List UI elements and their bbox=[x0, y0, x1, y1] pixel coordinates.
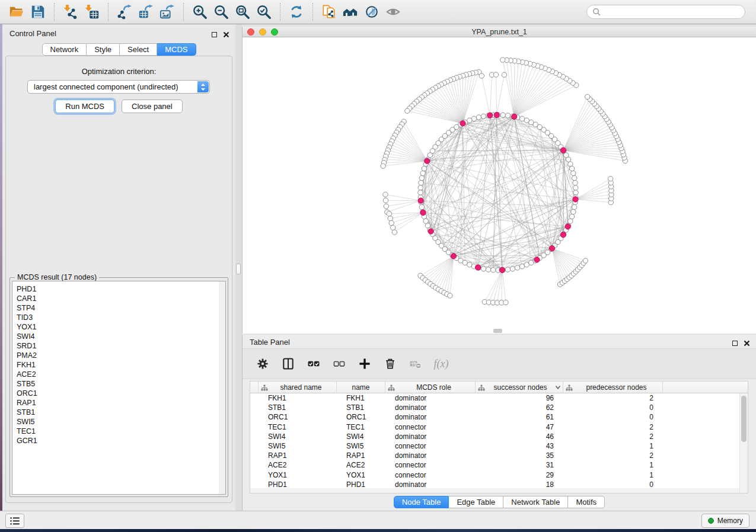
table-mode-button[interactable] bbox=[280, 355, 296, 372]
result-node[interactable]: GCR1 bbox=[17, 436, 225, 446]
row-gutter bbox=[250, 403, 259, 412]
result-node[interactable]: SWI5 bbox=[17, 417, 225, 427]
tab-edge-table[interactable]: Edge Table bbox=[449, 496, 503, 508]
column-header-successor-nodes[interactable]: successor nodes bbox=[476, 382, 563, 393]
zoom-out-button[interactable] bbox=[212, 2, 231, 21]
column-header-predecessor-nodes[interactable]: predecessor nodes bbox=[563, 382, 663, 393]
table-panel-title: Table Panel bbox=[250, 338, 290, 347]
control-panel-title: Control Panel bbox=[9, 29, 56, 38]
refresh-button[interactable] bbox=[287, 2, 306, 21]
select-all-button[interactable] bbox=[305, 355, 322, 372]
table-hscroll[interactable] bbox=[250, 488, 739, 493]
network-canvas-svg[interactable] bbox=[243, 37, 756, 334]
search-box[interactable] bbox=[586, 5, 745, 19]
tab-network[interactable]: Network bbox=[42, 43, 87, 56]
show-eye-button[interactable] bbox=[384, 2, 403, 21]
search-input[interactable] bbox=[601, 8, 739, 16]
table-row[interactable]: ORC1ORC1dominator610 bbox=[250, 412, 748, 422]
node-table[interactable]: shared namenameMCDS rolesuccessor nodesp… bbox=[250, 381, 748, 493]
search-icon bbox=[592, 8, 601, 16]
result-node[interactable]: SWI4 bbox=[17, 332, 225, 341]
zoom-fit-button[interactable] bbox=[233, 2, 252, 21]
cell: ORC1 bbox=[337, 412, 385, 422]
table-row[interactable]: STB1STB1dominator620 bbox=[250, 403, 748, 412]
share-document-button[interactable] bbox=[320, 2, 339, 21]
tab-style[interactable]: Style bbox=[87, 43, 120, 56]
tab-node-table[interactable]: Node Table bbox=[394, 496, 449, 508]
result-node[interactable]: RAP1 bbox=[17, 398, 225, 408]
close-table-panel-button[interactable] bbox=[744, 340, 750, 347]
network-canvas[interactable] bbox=[243, 37, 756, 334]
control-panel: Control Panel NetworkStyleSelectMCDS Opt… bbox=[2, 24, 235, 511]
export-image-button[interactable] bbox=[158, 2, 177, 21]
save-button[interactable] bbox=[28, 2, 47, 21]
import-network-button[interactable] bbox=[61, 2, 80, 21]
open-folder-button[interactable] bbox=[7, 2, 26, 21]
deselect-all-button[interactable] bbox=[331, 355, 347, 372]
result-node[interactable]: STB5 bbox=[17, 379, 225, 389]
run-mcds-button[interactable]: Run MCDS bbox=[55, 100, 114, 113]
column-header-MCDS-role[interactable]: MCDS role bbox=[385, 382, 476, 393]
cell: 61 bbox=[476, 412, 563, 422]
refresh-icon bbox=[289, 4, 304, 20]
hide-details-button[interactable] bbox=[362, 2, 381, 21]
tab-motifs[interactable]: Motifs bbox=[568, 496, 605, 508]
add-column-button[interactable] bbox=[356, 355, 373, 372]
result-node[interactable]: ACE2 bbox=[17, 370, 225, 379]
table-row[interactable]: SWI4SWI4dominator462 bbox=[250, 432, 748, 441]
toolbar-separator bbox=[280, 3, 280, 21]
cell: 2 bbox=[563, 432, 663, 441]
status-menu-button[interactable] bbox=[5, 514, 24, 528]
result-node[interactable]: STP4 bbox=[17, 303, 225, 313]
column-header-name[interactable]: name bbox=[337, 382, 385, 393]
result-node[interactable]: CAR1 bbox=[17, 294, 225, 303]
table-row[interactable]: TEC1TEC1connector472 bbox=[250, 422, 748, 432]
tab-select[interactable]: Select bbox=[120, 43, 157, 56]
export-network-button[interactable] bbox=[115, 2, 134, 21]
cell-filler bbox=[663, 441, 748, 451]
result-node[interactable]: TID3 bbox=[17, 313, 225, 322]
cell: FKH1 bbox=[259, 393, 337, 403]
close-control-panel-button[interactable] bbox=[223, 31, 229, 38]
table-row[interactable]: RAP1RAP1dominator352 bbox=[250, 451, 748, 460]
panel-splitter[interactable] bbox=[235, 24, 242, 511]
tab-mcds[interactable]: MCDS bbox=[157, 43, 196, 56]
float-table-panel-button[interactable] bbox=[732, 338, 738, 348]
float-control-panel-button[interactable] bbox=[212, 29, 217, 40]
node-table-header[interactable]: shared namenameMCDS rolesuccessor nodesp… bbox=[250, 382, 748, 393]
result-node[interactable]: STB1 bbox=[17, 408, 225, 417]
houses-button[interactable] bbox=[341, 2, 360, 21]
export-table-button[interactable] bbox=[136, 2, 155, 21]
close-mcds-panel-button[interactable]: Close panel bbox=[122, 100, 183, 113]
column-header-shared-name[interactable]: shared name bbox=[259, 382, 337, 393]
table-row[interactable]: SWI5SWI5connector431 bbox=[250, 441, 748, 451]
result-node[interactable]: SRD1 bbox=[17, 341, 225, 351]
splitter-grip[interactable] bbox=[236, 264, 241, 274]
import-network-icon bbox=[63, 4, 78, 20]
delete-column-button[interactable] bbox=[382, 355, 398, 372]
result-node[interactable]: TEC1 bbox=[17, 427, 225, 436]
zoom-selected-button[interactable] bbox=[254, 2, 273, 21]
result-node[interactable]: PHD1 bbox=[17, 284, 225, 294]
table-vscroll-thumb[interactable] bbox=[741, 396, 747, 442]
result-node[interactable]: FKH1 bbox=[17, 360, 225, 370]
result-node[interactable]: ORC1 bbox=[17, 389, 225, 398]
table-row[interactable]: FKH1FKH1dominator962 bbox=[250, 393, 748, 403]
table-vscroll[interactable] bbox=[739, 393, 748, 493]
settings-gear-button[interactable] bbox=[254, 355, 271, 372]
row-gutter bbox=[250, 460, 259, 470]
zoom-in-button[interactable] bbox=[190, 2, 209, 21]
table-row[interactable]: YOX1YOX1connector291 bbox=[250, 470, 748, 480]
result-node[interactable]: PMA2 bbox=[17, 351, 225, 360]
memory-button[interactable]: Memory bbox=[701, 514, 749, 528]
criterion-dropdown[interactable]: largest connected component (undirected) bbox=[27, 80, 210, 94]
zoom-out-icon bbox=[213, 4, 229, 20]
cell: 43 bbox=[476, 441, 563, 451]
import-table-button[interactable] bbox=[82, 2, 101, 21]
tab-network-table[interactable]: Network Table bbox=[503, 496, 568, 508]
network-hscroll-thumb[interactable] bbox=[493, 329, 502, 333]
table-row[interactable]: ACE2ACE2connector311 bbox=[250, 460, 748, 470]
mcds-result-list[interactable]: PHD1CAR1STP4TID3YOX1SWI4SRD1PMA2FKH1ACE2… bbox=[12, 281, 226, 495]
result-node[interactable]: YOX1 bbox=[17, 322, 225, 332]
result-list-scrollbar[interactable] bbox=[219, 281, 225, 494]
